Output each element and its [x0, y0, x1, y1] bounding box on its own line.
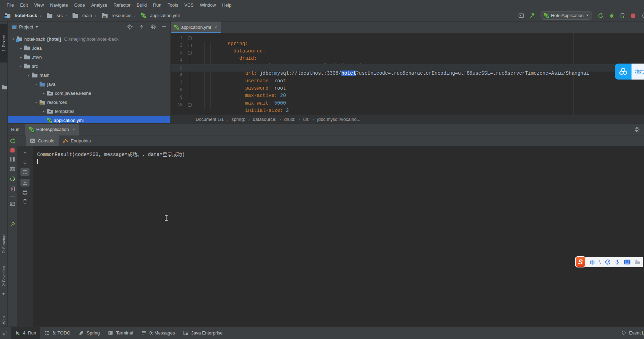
tree-row[interactable]: ▸ .mvn [8, 52, 170, 61]
tree-row[interactable]: ▸ templates [8, 107, 170, 116]
tool-window-switcher-icon[interactable] [2, 331, 7, 336]
editor-breadcrumb-item[interactable]: datasource: [245, 117, 276, 122]
statusbar-event-log[interactable]: Event Lo [621, 327, 644, 339]
down-icon[interactable] [22, 159, 28, 165]
tree-arrow-icon[interactable]: ▸ [18, 46, 24, 50]
editor-breadcrumb-item[interactable]: url: [295, 117, 309, 122]
exit-icon[interactable] [10, 186, 15, 192]
console-output[interactable]: CommonResult(code=200, message=成功。, data… [33, 146, 644, 326]
fold-marker-icon[interactable] [183, 103, 197, 107]
tree-arrow-icon[interactable]: ▾ [33, 82, 39, 86]
tab-console[interactable]: Console [26, 135, 59, 146]
menu-item[interactable]: Help [219, 2, 235, 8]
breadcrumb-item[interactable]: main [63, 13, 92, 18]
tree-arrow-icon[interactable]: ▸ [41, 91, 46, 95]
breadcrumb-item[interactable]: application.yml [132, 13, 180, 18]
locate-icon[interactable] [127, 24, 133, 30]
run-tab-hotelapplication[interactable]: HotelApplication × [25, 124, 79, 135]
menu-item[interactable]: Window [197, 2, 219, 8]
ime-keyboard-icon[interactable] [624, 259, 630, 265]
tree-row[interactable]: ▾ resources [8, 98, 170, 107]
print-icon[interactable] [22, 190, 28, 195]
menu-item[interactable]: VCS [181, 2, 197, 8]
tree-arrow-icon[interactable]: ▾ [33, 100, 39, 104]
code-area[interactable]: 1 spring: 2 datasource: 3 [171, 33, 644, 115]
sidebar-item-project[interactable]: 1: Project [0, 24, 8, 63]
favorites-star-icon[interactable]: ★ [2, 292, 5, 296]
hide-icon[interactable] [162, 26, 166, 27]
tree-arrow-icon[interactable]: ▸ [18, 55, 24, 59]
pin-icon[interactable] [10, 222, 15, 227]
search-partial-icon[interactable] [641, 13, 644, 18]
sidebar-item-favorites[interactable]: 2: Favorites [0, 261, 8, 291]
fold-marker-icon[interactable] [183, 44, 197, 47]
editor-breadcrumb-item[interactable]: Document 1/1 [196, 117, 224, 122]
up-icon[interactable] [22, 151, 28, 156]
sidebar-item-web[interactable]: Web [0, 313, 8, 328]
layout-icon[interactable] [10, 201, 15, 207]
ime-mic-icon[interactable] [615, 259, 620, 265]
debug-bug-icon[interactable] [609, 13, 615, 18]
statusbar-item-todo[interactable]: 6: TODO [40, 327, 75, 339]
close-icon[interactable]: × [72, 127, 75, 132]
statusbar-item-messages[interactable]: 0: Messages [137, 327, 179, 339]
tree-row[interactable]: ▾ hotel-back [hotel] G:\shejiing\hotel\h… [8, 34, 170, 43]
fold-marker-icon[interactable] [183, 51, 197, 55]
tree-arrow-icon[interactable]: ▾ [10, 37, 16, 41]
menu-item[interactable]: Tools [164, 2, 181, 8]
tree-row[interactable]: ▾ src [8, 61, 170, 71]
pause-icon[interactable] [10, 157, 15, 162]
menu-item[interactable]: View [31, 2, 47, 8]
netdisk-logo-icon[interactable] [615, 64, 632, 80]
thread-dump-camera-icon[interactable] [10, 166, 15, 172]
netdisk-float-widget[interactable]: 拖拽 [615, 64, 644, 80]
breadcrumb-item[interactable]: resources [92, 13, 131, 18]
menu-item[interactable]: Analyze [88, 2, 110, 8]
menu-item[interactable]: Navigate [47, 2, 71, 8]
stop-icon[interactable] [631, 14, 635, 18]
clear-all-icon[interactable] [22, 198, 28, 204]
menu-item[interactable]: Refactor [110, 2, 134, 8]
editor-breadcrumb-item[interactable]: druid: [277, 117, 296, 122]
run-configuration-select[interactable]: HotelApplication [541, 11, 592, 20]
statusbar-item-java-enterprise[interactable]: Java Enterprise [179, 327, 227, 339]
close-icon[interactable]: × [214, 25, 217, 30]
tab-endpoints[interactable]: Endpoints [59, 135, 95, 146]
collapse-all-icon[interactable] [139, 24, 144, 30]
menu-item[interactable]: Code [71, 2, 88, 8]
tree-row[interactable]: application.yml [8, 116, 170, 123]
menu-item[interactable]: File [3, 2, 17, 8]
scroll-to-to-end-icon[interactable] [20, 179, 29, 187]
ime-punctuation-icon[interactable]: °, [599, 259, 601, 265]
tree-row[interactable]: ▸ com.javaee.keshe [8, 89, 170, 98]
editor-tab-application-yml[interactable]: application.yml × [171, 22, 221, 33]
tree-row[interactable]: ▾ main [8, 71, 170, 80]
menu-item[interactable]: Build [134, 2, 150, 8]
fold-marker-icon[interactable] [183, 36, 197, 40]
ime-chinese-mode-icon[interactable]: 中 [590, 258, 595, 266]
tree-row[interactable]: ▸ .idea [8, 43, 170, 52]
gc-icon[interactable] [10, 176, 15, 182]
ime-toolbox-icon[interactable] [634, 259, 641, 265]
sogou-logo-icon[interactable]: S [575, 256, 586, 267]
coverage-icon[interactable] [620, 13, 626, 18]
tool-window-icon[interactable] [518, 13, 524, 18]
project-panel-title[interactable]: Project [19, 24, 33, 30]
breadcrumb-item[interactable]: hotel-back [4, 13, 37, 18]
settings-gear-icon[interactable] [151, 24, 156, 30]
rerun-icon[interactable] [598, 13, 603, 18]
ime-emoji-icon[interactable] [605, 259, 611, 265]
tree-arrow-icon[interactable]: ▾ [18, 64, 24, 68]
soft-wrap-icon[interactable] [20, 168, 29, 176]
settings-gear-icon[interactable] [634, 127, 640, 132]
menu-item[interactable]: Edit [17, 2, 31, 8]
statusbar-item-run[interactable]: 4: Run [11, 327, 40, 339]
menu-item[interactable]: Run [150, 2, 164, 8]
code-line[interactable]: 10 initial-size: 2 [171, 101, 644, 109]
tree-arrow-icon[interactable]: ▾ [26, 73, 31, 77]
breadcrumb-item[interactable]: src [37, 13, 63, 18]
statusbar-item-terminal[interactable]: Terminal [104, 327, 137, 339]
editor-breadcrumb-item[interactable]: jdbc:mysql://localho... [310, 117, 361, 122]
rerun-icon[interactable] [10, 138, 15, 144]
editor-breadcrumb-item[interactable]: spring: [224, 117, 245, 122]
